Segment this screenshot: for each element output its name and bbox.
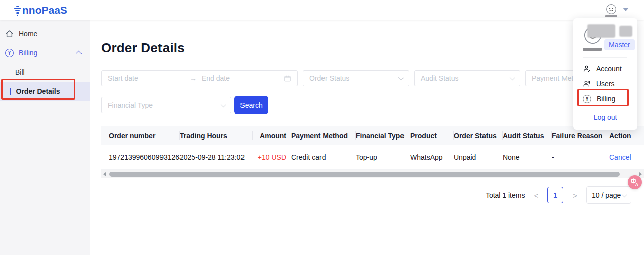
col-audit-status: Audit Status: [503, 126, 552, 145]
svg-text:A: A: [635, 182, 638, 187]
scrollbar-track[interactable]: [108, 170, 637, 178]
redacted-username-2: [619, 26, 632, 37]
menu-item-users[interactable]: Users: [573, 76, 637, 91]
cell-order-number: 1972139960609931264: [101, 145, 180, 169]
chevron-up-icon: [76, 51, 82, 56]
menu-item-label: Users: [596, 80, 615, 88]
brand-text: nnoPaaS: [22, 4, 67, 16]
user-info-section: Master: [573, 18, 637, 57]
top-header: nnoPaaS: [0, 0, 644, 20]
search-button[interactable]: Search: [234, 96, 268, 114]
menu-item-label: Billing: [597, 95, 615, 103]
horizontal-scrollbar[interactable]: [101, 170, 644, 178]
select-placeholder: Financial Type: [108, 101, 153, 109]
avatar-face-icon: [606, 4, 617, 15]
menu-item-label: Account: [596, 65, 622, 73]
avatar-caption-redacted: [605, 15, 617, 17]
cell-product: WhatsApp: [410, 145, 454, 169]
filter-row-2: Financial Type Search: [101, 96, 644, 114]
next-page-icon[interactable]: >: [572, 191, 578, 200]
page-title: Order Details: [101, 40, 644, 56]
user-dropdown-menu: Master Account Users ¥ Billing Log out: [573, 18, 637, 130]
sidebar-item-bill[interactable]: Bill: [0, 62, 90, 82]
account-icon: [583, 65, 591, 73]
financial-type-select[interactable]: Financial Type: [101, 97, 231, 113]
table-row: 1972139960609931264 2025-09-28 11:23:02 …: [101, 145, 644, 170]
sidebar-item-home[interactable]: Home: [0, 24, 90, 43]
order-status-select[interactable]: Order Status: [303, 70, 409, 86]
cell-audit-status: None: [503, 145, 552, 169]
user-menu-trigger[interactable]: [605, 4, 629, 17]
range-arrow-icon: →: [190, 74, 197, 82]
col-order-status: Order Status: [454, 126, 503, 145]
yen-circle-icon: ¥: [583, 95, 591, 103]
sidebar-item-label: Billing: [19, 49, 37, 57]
logout-button[interactable]: Log out: [573, 113, 637, 121]
translate-button[interactable]: A: [628, 175, 642, 189]
redacted-caption: [583, 48, 602, 51]
translate-icon: A: [629, 177, 640, 188]
select-placeholder: Order Status: [309, 74, 349, 82]
cell-amount: +10 USD: [253, 145, 291, 169]
redacted-username: [587, 24, 615, 38]
col-financial-type: Financial Type: [356, 126, 410, 145]
page-number-button[interactable]: 1: [547, 187, 564, 203]
prev-page-icon[interactable]: <: [533, 191, 539, 200]
sidebar-item-label: Bill: [15, 68, 25, 76]
pagination-total: Total 1 items: [486, 191, 525, 199]
users-icon: [583, 80, 591, 88]
user-avatar[interactable]: [605, 4, 618, 17]
brand-logo[interactable]: nnoPaaS: [14, 4, 67, 16]
select-placeholder: Audit Status: [421, 74, 459, 82]
col-amount: Amount: [253, 126, 291, 145]
cell-financial-type: Top-up: [356, 145, 410, 169]
home-icon: [5, 30, 14, 38]
page-size-value: 10 / page: [592, 191, 621, 199]
active-indicator-bar: [10, 88, 11, 95]
orders-table: Order number Trading Hours Amount Paymen…: [101, 126, 644, 178]
chevron-down-icon: [510, 75, 515, 80]
table-header-row: Order number Trading Hours Amount Paymen…: [101, 126, 644, 145]
page-size-select[interactable]: 10 / page: [586, 186, 631, 204]
role-badge: Master: [604, 39, 635, 50]
filter-row-1: Start date → End date Order Status Audit…: [101, 70, 644, 86]
brand-i-icon: [14, 6, 21, 16]
date-range-picker[interactable]: Start date → End date: [101, 70, 298, 86]
chevron-down-icon: [622, 192, 627, 197]
start-date-input[interactable]: Start date: [108, 74, 190, 82]
chevron-down-icon: [398, 75, 404, 80]
menu-item-billing[interactable]: ¥ Billing: [573, 91, 637, 106]
cell-order-status: Unpaid: [454, 145, 503, 169]
end-date-input[interactable]: End date: [202, 74, 284, 82]
yen-circle-icon: ¥: [5, 49, 14, 57]
sidebar-item-label: Order Details: [16, 87, 60, 95]
cell-payment-method: Credit card: [291, 145, 356, 169]
user-menu-items: Account Users ¥ Billing: [573, 58, 637, 106]
sidebar-item-label: Home: [19, 30, 37, 38]
col-payment-method: Payment Method: [291, 126, 356, 145]
col-trading-hours: Trading Hours: [180, 126, 253, 145]
main-content: Order Details Start date → End date Orde…: [90, 20, 644, 255]
chevron-down-icon: [221, 101, 226, 107]
audit-status-select[interactable]: Audit Status: [414, 70, 520, 86]
sidebar-item-billing[interactable]: ¥ Billing: [0, 43, 90, 62]
scrollbar-thumb[interactable]: [109, 172, 620, 177]
menu-item-account[interactable]: Account: [573, 61, 637, 76]
cancel-order-link[interactable]: Cancel: [609, 145, 644, 169]
pagination: Total 1 items < 1 > 10 / page: [90, 186, 631, 204]
col-product: Product: [410, 126, 454, 145]
calendar-icon: [284, 75, 291, 82]
caret-down-icon[interactable]: [623, 8, 629, 11]
cell-trading-hours: 2025-09-28 11:23:02: [180, 145, 253, 169]
sidebar-item-order-details[interactable]: Order Details: [0, 82, 90, 101]
cell-failure-reason: -: [552, 145, 609, 169]
scroll-left-arrow[interactable]: [101, 170, 108, 178]
sidebar: Home ¥ Billing Bill Order Details: [0, 20, 90, 255]
col-order-number: Order number: [101, 126, 180, 145]
